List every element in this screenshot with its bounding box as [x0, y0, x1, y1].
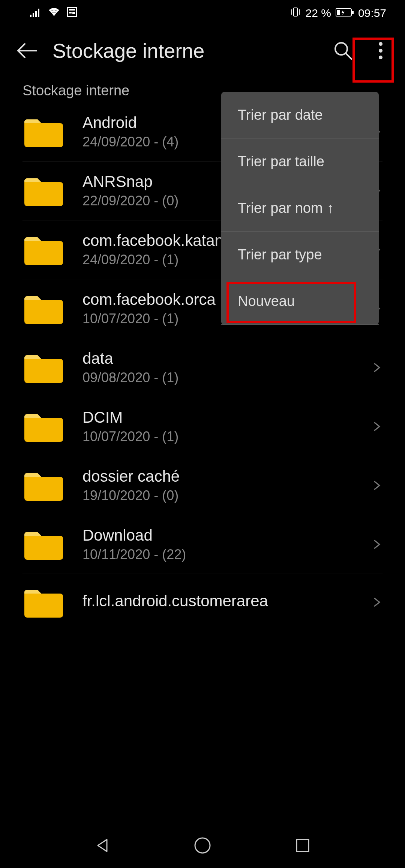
menu-sort-size[interactable]: Trier par taille: [221, 139, 379, 185]
svg-rect-4: [68, 8, 76, 17]
chevron-right-icon: [371, 480, 382, 491]
chevron-right-icon: [371, 539, 382, 550]
annotation-highlight-more: [352, 38, 394, 83]
annotation-highlight-new: [226, 282, 356, 323]
folder-icon: [22, 351, 64, 384]
menu-sort-type[interactable]: Trier par type: [221, 232, 379, 278]
folder-name: dossier caché: [82, 467, 364, 485]
folder-meta: 09/08/2020 - (1): [82, 370, 364, 386]
svg-rect-6: [69, 12, 72, 13]
back-button[interactable]: [15, 39, 38, 62]
folder-item[interactable]: data 09/08/2020 - (1): [22, 338, 382, 397]
svg-rect-14: [352, 11, 354, 14]
folder-icon: [22, 410, 64, 443]
svg-rect-0: [30, 15, 32, 17]
svg-line-16: [346, 53, 351, 59]
folder-icon: [22, 115, 64, 149]
svg-rect-5: [69, 9, 75, 11]
folder-name: fr.lcl.android.customerarea: [82, 592, 364, 610]
clock-time: 09:57: [358, 7, 386, 20]
triangle-back-icon: [94, 837, 111, 854]
arrow-left-icon: [16, 42, 37, 59]
folder-icon: [22, 469, 64, 502]
search-icon: [333, 41, 353, 60]
folder-icon: [22, 292, 64, 326]
vibrate-icon: [290, 6, 301, 20]
folder-item[interactable]: DCIM 10/07/2020 - (1): [22, 397, 382, 456]
folder-icon: [22, 233, 64, 267]
folder-meta: 10/11/2020 - (22): [82, 547, 364, 562]
app-header: Stockage interne: [0, 26, 405, 75]
folder-name: data: [82, 350, 364, 368]
navigation-bar: [0, 823, 405, 868]
folder-name: DCIM: [82, 408, 364, 426]
svg-rect-7: [69, 14, 72, 14]
svg-rect-3: [38, 9, 39, 17]
svg-rect-9: [294, 8, 297, 16]
svg-rect-8: [72, 12, 75, 14]
chevron-right-icon: [371, 362, 382, 373]
svg-rect-21: [297, 839, 309, 851]
page-title: Stockage interne: [52, 39, 315, 62]
chevron-right-icon: [371, 421, 382, 432]
menu-sort-date[interactable]: Trier par date: [221, 92, 379, 139]
folder-meta: 10/07/2020 - (1): [82, 429, 364, 445]
battery-percent: 22 %: [306, 7, 331, 20]
svg-rect-1: [33, 13, 34, 17]
folder-item[interactable]: fr.lcl.android.customerarea: [22, 574, 382, 630]
battery-icon: [336, 7, 354, 20]
folder-meta: 19/10/2020 - (0): [82, 488, 364, 503]
status-bar: 22 % 09:57: [0, 0, 405, 26]
nav-recent-button[interactable]: [291, 834, 314, 857]
menu-sort-name[interactable]: Trier par nom ↑: [221, 185, 379, 232]
svg-point-20: [195, 838, 210, 853]
circle-home-icon: [194, 836, 212, 854]
nav-back-button[interactable]: [91, 834, 114, 857]
svg-rect-13: [337, 10, 340, 15]
chevron-right-icon: [371, 597, 382, 608]
folder-item[interactable]: dossier caché 19/10/2020 - (0): [22, 456, 382, 515]
options-menu: Trier par date Trier par taille Trier pa…: [221, 92, 379, 325]
folder-name: Download: [82, 526, 364, 544]
wifi-icon: [48, 7, 60, 20]
svg-rect-2: [35, 11, 37, 17]
news-icon: [67, 7, 77, 20]
signal-icon: [30, 7, 41, 20]
folder-icon: [22, 585, 64, 619]
folder-icon: [22, 174, 64, 208]
square-recent-icon: [295, 838, 310, 853]
folder-icon: [22, 527, 64, 561]
nav-home-button[interactable]: [191, 834, 214, 857]
folder-item[interactable]: Download 10/11/2020 - (22): [22, 515, 382, 574]
